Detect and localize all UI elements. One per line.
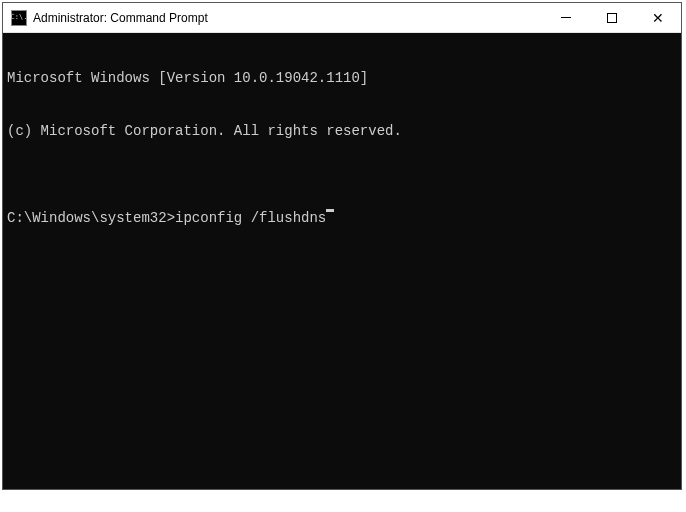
maximize-icon [607,13,617,23]
close-icon: ✕ [652,11,664,25]
minimize-icon [561,17,571,18]
window-title: Administrator: Command Prompt [33,11,543,25]
minimize-button[interactable] [543,3,589,32]
app-icon-glyph: C:\. [11,14,28,21]
terminal-output-line: Microsoft Windows [Version 10.0.19042.11… [7,70,677,88]
maximize-button[interactable] [589,3,635,32]
command-prompt-window: C:\. Administrator: Command Prompt ✕ Mic… [2,2,682,490]
terminal-area[interactable]: Microsoft Windows [Version 10.0.19042.11… [3,33,681,489]
terminal-command: ipconfig /flushdns [175,210,326,228]
close-button[interactable]: ✕ [635,3,681,32]
cursor-icon [326,209,334,212]
window-controls: ✕ [543,3,681,32]
terminal-prompt-line: C:\Windows\system32>ipconfig /flushdns [7,210,677,228]
app-icon: C:\. [11,10,27,26]
terminal-output-line: (c) Microsoft Corporation. All rights re… [7,123,677,141]
terminal-prompt: C:\Windows\system32> [7,210,175,228]
titlebar[interactable]: C:\. Administrator: Command Prompt ✕ [3,3,681,33]
